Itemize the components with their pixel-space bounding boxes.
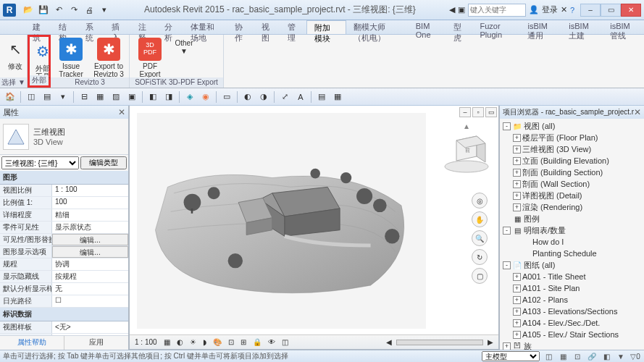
type-selector[interactable]: 三维视图: {三维} <box>1 156 79 169</box>
tb-icon-2[interactable]: ▤ <box>40 90 54 104</box>
tree-item[interactable]: +凹族 <box>501 340 643 350</box>
ribbon-tab[interactable]: 附加模块 <box>306 20 346 34</box>
properties-close-icon[interactable]: ✕ <box>118 107 125 117</box>
tree-toggle-icon[interactable]: + <box>513 296 521 304</box>
tree-item[interactable]: +立面 (Building Elevation) <box>501 155 643 167</box>
home-icon[interactable]: 🏠 <box>3 90 17 104</box>
export-revizto-button[interactable]: ✱ Export to Revizto 3 <box>91 36 126 80</box>
tb-icon-12[interactable]: ◐ <box>241 90 255 104</box>
property-value[interactable]: 按规程 <box>52 271 128 282</box>
app-icon[interactable]: R <box>3 4 16 17</box>
property-row[interactable]: 图形显示选项编辑... <box>0 246 128 258</box>
save-icon[interactable]: 💾 <box>37 4 50 17</box>
tree-item[interactable]: Planting Schedule <box>501 248 643 259</box>
sb-icon-6[interactable]: ▼ <box>615 351 627 361</box>
ribbon-tab[interactable]: 协作 <box>227 20 254 34</box>
tree-toggle-icon[interactable]: + <box>513 203 521 211</box>
ribbon-tab[interactable]: 视图 <box>254 20 280 34</box>
help-search-input[interactable] <box>468 4 526 17</box>
edit-type-button[interactable]: 编辑类型 <box>80 156 127 169</box>
hide-icon[interactable]: 👁 <box>266 338 277 346</box>
model-canvas[interactable] <box>137 113 426 329</box>
nav-wheel-icon[interactable]: ◎ <box>472 193 488 209</box>
tree-toggle-icon[interactable]: + <box>503 342 511 350</box>
tree-item[interactable]: +A104 - Elev./Sec./Det. <box>501 317 643 329</box>
property-grid[interactable]: 图形视图比例1 : 100比例值 1:100详细程度精细零件可见性显示原状态可见… <box>0 171 128 335</box>
crop-icon[interactable]: ⊡ <box>226 338 236 346</box>
tb-icon-3[interactable]: ⊟ <box>77 90 91 104</box>
tree-item[interactable]: -📁视图 (all) <box>501 120 643 132</box>
view-restore-icon[interactable]: ▫ <box>472 107 484 117</box>
tb-icon-16[interactable]: ▤ <box>314 90 329 104</box>
property-value[interactable]: <无> <box>52 321 128 333</box>
tb-icon-8[interactable]: ◨ <box>162 90 176 104</box>
exchange-icon[interactable]: ✕ <box>561 5 567 14</box>
apply-button[interactable]: 应用 <box>64 336 128 350</box>
undo-icon[interactable]: ↶ <box>52 4 65 17</box>
tree-toggle-icon[interactable]: + <box>513 273 521 281</box>
ribbon-tab[interactable]: 系统 <box>78 20 104 34</box>
sb-icon-5[interactable]: ◧ <box>601 351 612 361</box>
panel-label-select[interactable]: 选择 ▼ <box>0 77 27 88</box>
sb-icon-4[interactable]: 🔗 <box>586 351 598 361</box>
property-row[interactable]: 视图比例1 : 100 <box>0 185 128 197</box>
nav-orbit-icon[interactable]: ↻ <box>472 249 488 265</box>
viewcube[interactable]: 前 <box>440 123 493 175</box>
tb-icon-11[interactable]: ▭ <box>219 90 234 104</box>
sb-icon-2[interactable]: ▦ <box>557 351 569 361</box>
ribbon-tab[interactable]: 注释 <box>131 20 157 34</box>
property-row[interactable]: 视图样板<无> <box>0 321 128 334</box>
tree-item[interactable]: +A103 - Elevations/Sections <box>501 306 643 317</box>
shadow-icon[interactable]: ◗ <box>201 338 209 346</box>
view-minimize-icon[interactable]: – <box>459 107 471 117</box>
browser-tree[interactable]: -📁视图 (all)+楼层平面 (Floor Plan)+三维视图 (3D Vi… <box>500 119 644 350</box>
ribbon-tab[interactable]: isBIM土建 <box>561 20 603 34</box>
tree-item[interactable]: +剖面 (Building Section) <box>501 167 643 178</box>
tree-item[interactable]: +A105 - Elev./ Stair Sections <box>501 329 643 340</box>
tb-icon-14[interactable]: ⤢ <box>277 90 292 104</box>
open-icon[interactable]: 📂 <box>22 4 35 17</box>
tb-icon-15[interactable]: A <box>293 90 308 104</box>
property-row[interactable]: 日光路径☐ <box>0 295 128 308</box>
tree-item[interactable]: +楼层平面 (Floor Plan) <box>501 132 643 143</box>
ribbon-tab[interactable]: isBIM管线 <box>603 20 644 34</box>
property-group-header[interactable]: 图形 <box>0 171 128 185</box>
tree-item[interactable]: How do I <box>501 236 643 248</box>
arrow-left-icon[interactable]: ◀ <box>449 5 455 14</box>
nav-pan-icon[interactable]: ✋ <box>472 211 488 227</box>
property-row[interactable]: 详细程度精细 <box>0 209 128 222</box>
tree-toggle-icon[interactable]: + <box>513 169 521 177</box>
tree-item[interactable]: -📄图纸 (all) <box>501 259 643 271</box>
filter-icon[interactable]: ▽0 <box>630 351 641 361</box>
property-value[interactable]: 编辑... <box>52 246 128 258</box>
tree-toggle-icon[interactable]: + <box>513 192 521 200</box>
tree-item[interactable]: ▦图例 <box>501 213 643 224</box>
minimize-button[interactable]: – <box>580 4 601 17</box>
property-row[interactable]: 可见性/图形替换编辑... <box>0 234 128 246</box>
tree-toggle-icon[interactable]: + <box>513 180 521 188</box>
tree-toggle-icon[interactable]: + <box>513 331 521 339</box>
qat-dropdown[interactable]: ▾ <box>98 4 111 17</box>
dropdown-icon[interactable]: ▾ <box>56 90 70 104</box>
tree-item[interactable]: +详图视图 (Detail) <box>501 190 643 201</box>
issue-tracker-button[interactable]: ✱ Issue Tracker <box>54 36 88 80</box>
property-value[interactable]: 协调 <box>52 258 128 270</box>
ribbon-tab[interactable]: isBIM通用 <box>520 20 561 34</box>
tree-item[interactable]: -▤明细表/数量 <box>501 224 643 236</box>
ribbon-tab[interactable]: 插入 <box>104 20 130 34</box>
reveal-icon[interactable]: ◫ <box>280 338 290 346</box>
ribbon-tab[interactable]: 型虎 <box>446 20 472 34</box>
ribbon-tab[interactable]: 建筑 <box>25 20 51 34</box>
ribbon-tab[interactable]: 体量和场地 <box>183 20 227 34</box>
close-button[interactable]: ✕ <box>621 4 641 17</box>
render-icon[interactable]: 🎨 <box>211 338 224 346</box>
tb-icon-4[interactable]: ▦ <box>93 90 107 104</box>
design-option-combo[interactable]: 主模型 <box>482 351 540 361</box>
tree-item[interactable]: +剖面 (Wall Section) <box>501 178 643 190</box>
property-row[interactable]: 零件可见性显示原状态 <box>0 222 128 234</box>
property-value[interactable]: ☐ <box>52 295 128 307</box>
property-row[interactable]: 规程协调 <box>0 258 128 271</box>
ribbon-tab[interactable]: 结构 <box>51 20 78 34</box>
property-row[interactable]: 比例值 1:100 <box>0 197 128 209</box>
horizontal-scrollbar[interactable] <box>396 340 483 345</box>
